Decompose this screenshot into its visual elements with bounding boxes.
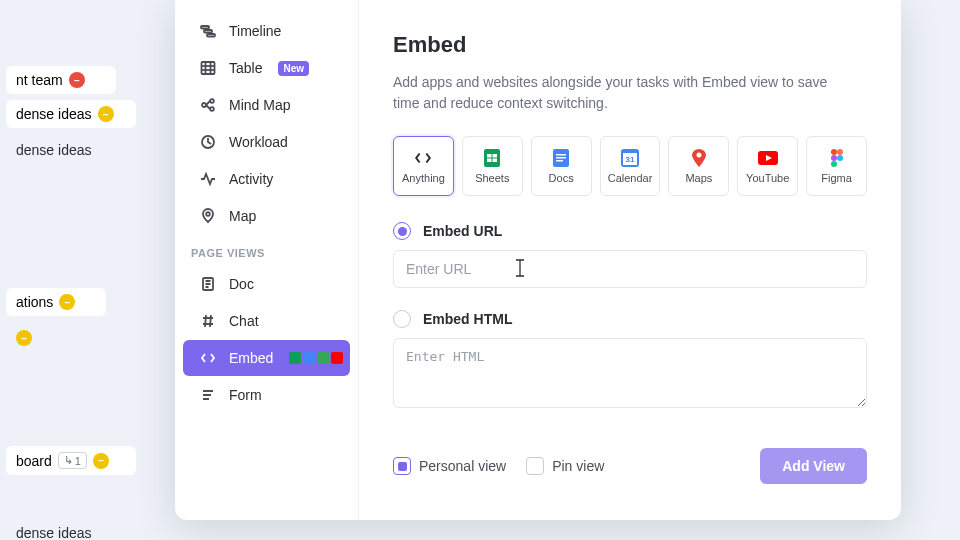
sidebar-item-label: Activity bbox=[229, 171, 273, 187]
sidebar-item-timeline[interactable]: Timeline bbox=[183, 13, 350, 49]
sheets-icon bbox=[482, 148, 502, 168]
svg-point-41 bbox=[831, 155, 837, 161]
subtask-badge: ↳1 bbox=[58, 452, 87, 469]
svg-rect-31 bbox=[556, 154, 566, 156]
embed-html-radio-row: Embed HTML bbox=[393, 310, 867, 328]
youtube-icon bbox=[758, 148, 778, 168]
sidebar-item-label: Mind Map bbox=[229, 97, 290, 113]
list-item[interactable]: board ↳1 – bbox=[6, 446, 136, 475]
personal-view-checkbox[interactable] bbox=[393, 457, 411, 475]
sidebar-item-form[interactable]: Form bbox=[183, 377, 350, 413]
svg-point-40 bbox=[837, 149, 843, 155]
minus-icon: – bbox=[98, 106, 114, 122]
svg-point-43 bbox=[831, 161, 837, 167]
sidebar-item-doc[interactable]: Doc bbox=[183, 266, 350, 302]
new-badge: New bbox=[278, 61, 309, 76]
mindmap-icon bbox=[199, 96, 217, 114]
maps-icon bbox=[689, 148, 709, 168]
sidebar-item-label: Form bbox=[229, 387, 262, 403]
svg-point-14 bbox=[206, 212, 210, 216]
svg-point-9 bbox=[210, 99, 214, 103]
table-icon bbox=[199, 59, 217, 77]
svg-rect-2 bbox=[207, 34, 215, 37]
embed-html-label: Embed HTML bbox=[423, 311, 512, 327]
embed-source-tiles: Anything Sheets Docs 31 Calendar bbox=[393, 136, 867, 196]
embed-html-radio[interactable] bbox=[393, 310, 411, 328]
workload-icon bbox=[199, 133, 217, 151]
svg-point-37 bbox=[696, 153, 701, 158]
svg-line-21 bbox=[205, 315, 206, 327]
form-icon bbox=[199, 386, 217, 404]
add-view-modal: Timeline Table New Mind Map Workload A bbox=[175, 0, 901, 520]
sidebar-item-label: Chat bbox=[229, 313, 259, 329]
tile-label: Sheets bbox=[475, 172, 509, 184]
embed-url-label: Embed URL bbox=[423, 223, 502, 239]
tile-label: YouTube bbox=[746, 172, 789, 184]
doc-icon bbox=[199, 275, 217, 293]
panel-title: Embed bbox=[393, 32, 867, 58]
code-icon bbox=[199, 349, 217, 367]
sidebar-item-activity[interactable]: Activity bbox=[183, 161, 350, 197]
minus-icon: – bbox=[93, 453, 109, 469]
panel-description: Add apps and websites alongside your tas… bbox=[393, 72, 853, 114]
embed-url-radio[interactable] bbox=[393, 222, 411, 240]
hash-icon bbox=[199, 312, 217, 330]
list-item[interactable]: dense ideas bbox=[6, 517, 954, 540]
add-view-button[interactable]: Add View bbox=[760, 448, 867, 484]
embed-url-input[interactable] bbox=[393, 250, 867, 288]
sidebar-item-workload[interactable]: Workload bbox=[183, 124, 350, 160]
code-icon bbox=[413, 148, 433, 168]
source-tile-docs[interactable]: Docs bbox=[531, 136, 592, 196]
tile-label: Figma bbox=[821, 172, 852, 184]
embed-url-radio-row: Embed URL bbox=[393, 222, 867, 240]
sidebar-item-label: Workload bbox=[229, 134, 288, 150]
sidebar-item-label: Table bbox=[229, 60, 262, 76]
svg-rect-1 bbox=[204, 30, 212, 33]
tile-label: Anything bbox=[402, 172, 445, 184]
source-tile-maps[interactable]: Maps bbox=[668, 136, 729, 196]
sidebar-item-label: Embed bbox=[229, 350, 273, 366]
sidebar-item-embed[interactable]: Embed bbox=[183, 340, 350, 376]
sidebar-item-label: Timeline bbox=[229, 23, 281, 39]
docs-icon bbox=[551, 148, 571, 168]
list-item[interactable]: dense ideas – bbox=[6, 100, 136, 128]
activity-icon bbox=[199, 170, 217, 188]
pin-view-label: Pin view bbox=[552, 458, 604, 474]
pin-view-checkbox[interactable] bbox=[526, 457, 544, 475]
minus-icon: – bbox=[59, 294, 75, 310]
list-item[interactable]: nt team – bbox=[6, 66, 116, 94]
svg-point-8 bbox=[202, 103, 206, 107]
svg-rect-3 bbox=[202, 62, 215, 74]
panel-footer: Personal view Pin view Add View bbox=[393, 434, 867, 504]
list-item[interactable]: ations – bbox=[6, 288, 106, 316]
source-tile-sheets[interactable]: Sheets bbox=[462, 136, 523, 196]
map-pin-icon bbox=[199, 207, 217, 225]
view-type-sidebar: Timeline Table New Mind Map Workload A bbox=[175, 0, 359, 520]
svg-rect-32 bbox=[556, 157, 566, 159]
svg-point-10 bbox=[210, 107, 214, 111]
svg-point-39 bbox=[831, 149, 837, 155]
svg-text:31: 31 bbox=[626, 155, 635, 164]
sidebar-item-table[interactable]: Table New bbox=[183, 50, 350, 86]
personal-view-label: Personal view bbox=[419, 458, 506, 474]
text-cursor-icon bbox=[513, 258, 527, 278]
minus-icon: – bbox=[69, 72, 85, 88]
calendar-icon: 31 bbox=[620, 148, 640, 168]
sidebar-item-label: Doc bbox=[229, 276, 254, 292]
minus-icon: – bbox=[16, 330, 32, 346]
source-tile-figma[interactable]: Figma bbox=[806, 136, 867, 196]
tile-label: Calendar bbox=[608, 172, 653, 184]
svg-rect-0 bbox=[201, 26, 209, 29]
tile-label: Maps bbox=[685, 172, 712, 184]
source-tile-youtube[interactable]: YouTube bbox=[737, 136, 798, 196]
embed-mini-icons bbox=[289, 352, 343, 364]
sidebar-item-mindmap[interactable]: Mind Map bbox=[183, 87, 350, 123]
source-tile-calendar[interactable]: 31 Calendar bbox=[600, 136, 661, 196]
sidebar-item-map[interactable]: Map bbox=[183, 198, 350, 234]
embed-html-input[interactable] bbox=[393, 338, 867, 408]
tile-label: Docs bbox=[549, 172, 574, 184]
embed-view-panel: Embed Add apps and websites alongside yo… bbox=[359, 0, 901, 520]
source-tile-anything[interactable]: Anything bbox=[393, 136, 454, 196]
sidebar-item-chat[interactable]: Chat bbox=[183, 303, 350, 339]
svg-line-12 bbox=[206, 105, 210, 109]
